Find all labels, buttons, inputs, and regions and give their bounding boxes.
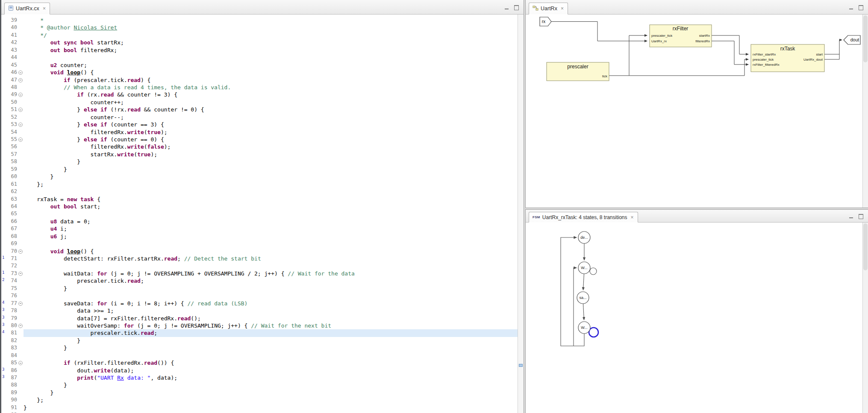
fold-minus-icon[interactable]: [17, 136, 24, 143]
code-line[interactable]: 47 if (prescaler.tick.read) {: [1, 76, 518, 84]
code-line[interactable]: 54 filteredRx.write(true);: [1, 129, 518, 136]
minimize-icon[interactable]: [847, 213, 855, 220]
code-line[interactable]: 91}: [1, 404, 518, 411]
code-line[interactable]: 82 }: [1, 337, 518, 344]
code-text[interactable]: out bool start;: [24, 203, 518, 210]
code-text[interactable]: [24, 240, 518, 247]
minimize-icon[interactable]: [847, 4, 855, 11]
code-line[interactable]: 55 } else if (counter == 0) {: [1, 136, 518, 143]
code-line[interactable]: 477 saveData: for (i = 0; i != 8; i++) {…: [1, 300, 518, 307]
code-line[interactable]: 67 u4 i;: [1, 225, 518, 232]
code-text[interactable]: [24, 210, 518, 217]
code-line[interactable]: 40 * @author Nicolas Siret: [1, 24, 518, 31]
code-text[interactable]: waitData: for (j = 0; j != OVERSAMPLING …: [24, 270, 518, 277]
code-line[interactable]: 66 u8 data = 0;: [1, 218, 518, 225]
code-text[interactable]: }: [24, 381, 518, 389]
close-icon[interactable]: ×: [43, 6, 46, 11]
code-line[interactable]: 83 }: [1, 344, 518, 351]
fsm-state-waitdata[interactable]: W...: [578, 262, 590, 274]
maximize-icon[interactable]: [857, 213, 865, 220]
code-text[interactable]: *: [24, 17, 518, 24]
code-text[interactable]: startRx.write(true);: [24, 151, 518, 158]
code-text[interactable]: [24, 188, 518, 195]
code-line[interactable]: 89 }: [1, 389, 518, 396]
code-line[interactable]: 45 u2 counter;: [1, 62, 518, 69]
code-line[interactable]: 171 detectStart: rxFilter.startRx.read; …: [1, 255, 518, 262]
maximize-icon[interactable]: [512, 4, 520, 11]
code-line[interactable]: 173 waitData: for (j = 0; j != OVERSAMPL…: [1, 270, 518, 277]
code-line[interactable]: 379 data[7] = rxFilter.filteredRx.read()…: [1, 315, 518, 322]
block-rxfilter[interactable]: rxFilter prescaler_tick UartRx_rx startR…: [650, 25, 712, 47]
code-text[interactable]: data[7] = rxFilter.filteredRx.read();: [24, 315, 518, 322]
code-text[interactable]: print("UART Rx data: ", data);: [24, 374, 518, 381]
code-text[interactable]: [24, 262, 518, 269]
overview-ruler[interactable]: [518, 15, 524, 413]
code-text[interactable]: }: [24, 285, 518, 292]
code-text[interactable]: data >>= 1;: [24, 307, 518, 314]
code-line[interactable]: 41 */: [1, 32, 518, 39]
code-text[interactable]: }: [24, 337, 518, 344]
fold-minus-icon[interactable]: [17, 69, 24, 76]
transition-2-3[interactable]: [583, 274, 584, 290]
code-text[interactable]: u4 i;: [24, 225, 518, 232]
code-line[interactable]: 88 }: [1, 381, 518, 389]
close-icon[interactable]: ×: [631, 215, 634, 220]
code-line[interactable]: 65: [1, 210, 518, 217]
code-line[interactable]: 84: [1, 352, 518, 359]
code-text[interactable]: filteredRx.write(true);: [24, 129, 518, 136]
code-line[interactable]: 44: [1, 54, 518, 61]
code-text[interactable]: } else if (!rx.read && counter != 0) {: [24, 106, 518, 113]
code-text[interactable]: * @author Nicolas Siret: [24, 24, 518, 31]
tab-uartrx-cx[interactable]: UartRx.cx ×: [4, 3, 50, 15]
code-text[interactable]: }: [24, 173, 518, 180]
self-loop-active[interactable]: [589, 328, 598, 337]
code-text[interactable]: */: [24, 32, 518, 39]
code-text[interactable]: u6 j;: [24, 233, 518, 240]
code-line[interactable]: 51 } else if (!rx.read && counter != 0) …: [1, 106, 518, 113]
code-text[interactable]: out sync bool startRx;: [24, 39, 518, 46]
output-port-dout[interactable]: dout: [844, 35, 860, 44]
code-text[interactable]: }: [24, 404, 518, 411]
code-text[interactable]: filteredRx.write(false);: [24, 143, 518, 150]
fold-minus-icon[interactable]: [17, 76, 24, 84]
code-text[interactable]: waitOverSamp: for (j = 0; j != OVERSAMPL…: [24, 322, 518, 329]
code-line[interactable]: 60 }: [1, 173, 518, 180]
code-line[interactable]: 56 filteredRx.write(false);: [1, 143, 518, 150]
fold-minus-icon[interactable]: [17, 248, 24, 255]
code-line[interactable]: 49 if (rx.read && counter != 3) {: [1, 91, 518, 98]
code-text[interactable]: }: [24, 158, 518, 165]
code-editor[interactable]: 39 *40 * @author Nicolas Siret41 */42 ou…: [1, 15, 518, 413]
close-icon[interactable]: ×: [561, 6, 564, 11]
code-text[interactable]: }: [24, 166, 518, 173]
fsm-canvas[interactable]: de... W... sa... W...: [526, 223, 862, 413]
code-text[interactable]: dout.write(data);: [24, 367, 518, 374]
code-line[interactable]: 72: [1, 262, 518, 269]
code-line[interactable]: 75 }: [1, 285, 518, 292]
code-text[interactable]: [24, 54, 518, 61]
input-port-rx[interactable]: rx: [540, 17, 551, 26]
code-text[interactable]: saveData: for (i = 0; i != 8; i++) { // …: [24, 300, 518, 307]
code-line[interactable]: 70 void loop() {: [1, 248, 518, 255]
fold-minus-icon[interactable]: [17, 91, 24, 98]
code-text[interactable]: };: [24, 396, 518, 404]
code-line[interactable]: 59 }: [1, 166, 518, 173]
code-line[interactable]: 64 out bool start;: [1, 203, 518, 210]
minimize-icon[interactable]: [503, 4, 511, 11]
code-text[interactable]: rxTask = new task {: [24, 196, 518, 203]
fold-minus-icon[interactable]: [17, 300, 24, 307]
code-line[interactable]: 76: [1, 292, 518, 299]
fold-minus-icon[interactable]: [17, 121, 24, 128]
code-text[interactable]: void loop() {: [24, 248, 518, 255]
code-line[interactable]: 68 u6 j;: [1, 233, 518, 240]
code-text[interactable]: prescaler.tick.read;: [24, 329, 518, 337]
tab-uartrx-diagram[interactable]: UartRx ×: [529, 3, 568, 15]
fold-minus-icon[interactable]: [17, 322, 24, 329]
transition-3-4[interactable]: [583, 304, 584, 320]
code-text[interactable]: void loop() {: [24, 69, 518, 76]
scrollbar-thumb[interactable]: [863, 223, 868, 270]
code-text[interactable]: out bool filteredRx;: [24, 47, 518, 54]
code-line[interactable]: 58 }: [1, 158, 518, 165]
fold-minus-icon[interactable]: [17, 106, 24, 113]
code-text[interactable]: }: [24, 389, 518, 396]
code-line[interactable]: 62: [1, 188, 518, 195]
